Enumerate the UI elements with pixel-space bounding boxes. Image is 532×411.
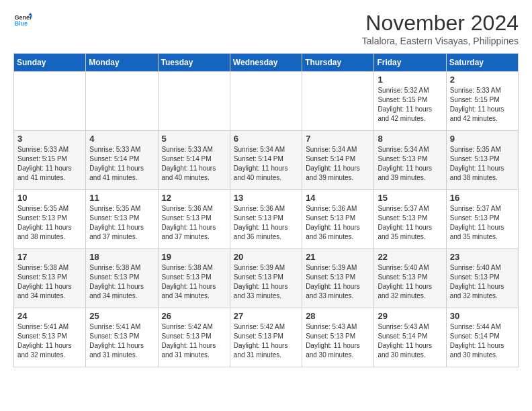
calendar-cell: 23Sunrise: 5:40 AM Sunset: 5:13 PM Dayli… <box>446 249 518 308</box>
day-info: Sunrise: 5:37 AM Sunset: 5:13 PM Dayligh… <box>450 204 515 242</box>
weekday-header: Tuesday <box>158 54 230 72</box>
day-number: 30 <box>450 311 515 321</box>
day-number: 27 <box>234 311 298 321</box>
calendar-cell: 14Sunrise: 5:36 AM Sunset: 5:13 PM Dayli… <box>302 190 374 249</box>
day-info: Sunrise: 5:38 AM Sunset: 5:13 PM Dayligh… <box>89 263 154 301</box>
calendar-cell <box>230 72 302 131</box>
day-info: Sunrise: 5:36 AM Sunset: 5:13 PM Dayligh… <box>234 204 298 242</box>
day-number: 9 <box>450 134 515 144</box>
calendar-cell: 7Sunrise: 5:34 AM Sunset: 5:14 PM Daylig… <box>302 131 374 190</box>
weekday-header: Wednesday <box>230 54 302 72</box>
calendar-cell: 8Sunrise: 5:34 AM Sunset: 5:13 PM Daylig… <box>374 131 446 190</box>
day-number: 4 <box>89 134 154 144</box>
weekday-header: Thursday <box>302 54 374 72</box>
calendar-week-row: 1Sunrise: 5:32 AM Sunset: 5:15 PM Daylig… <box>14 72 519 131</box>
day-number: 21 <box>306 252 370 262</box>
calendar-week-row: 3Sunrise: 5:33 AM Sunset: 5:15 PM Daylig… <box>14 131 519 190</box>
calendar-cell: 21Sunrise: 5:39 AM Sunset: 5:13 PM Dayli… <box>302 249 374 308</box>
weekday-header: Friday <box>374 54 446 72</box>
day-number: 17 <box>17 252 82 262</box>
day-number: 6 <box>234 134 298 144</box>
calendar-cell: 28Sunrise: 5:43 AM Sunset: 5:13 PM Dayli… <box>302 308 374 367</box>
header-row: SundayMondayTuesdayWednesdayThursdayFrid… <box>14 54 519 72</box>
location: Talalora, Eastern Visayas, Philippines <box>362 36 519 46</box>
day-info: Sunrise: 5:36 AM Sunset: 5:13 PM Dayligh… <box>306 204 370 242</box>
calendar-cell <box>302 72 374 131</box>
calendar-week-row: 10Sunrise: 5:35 AM Sunset: 5:13 PM Dayli… <box>14 190 519 249</box>
day-number: 5 <box>162 134 226 144</box>
day-number: 10 <box>17 193 82 203</box>
calendar-cell: 19Sunrise: 5:38 AM Sunset: 5:13 PM Dayli… <box>158 249 230 308</box>
day-info: Sunrise: 5:33 AM Sunset: 5:15 PM Dayligh… <box>17 145 82 183</box>
day-number: 28 <box>306 311 370 321</box>
day-number: 14 <box>306 193 370 203</box>
day-number: 20 <box>234 252 298 262</box>
calendar-cell: 27Sunrise: 5:42 AM Sunset: 5:13 PM Dayli… <box>230 308 302 367</box>
day-info: Sunrise: 5:41 AM Sunset: 5:13 PM Dayligh… <box>17 322 82 360</box>
day-info: Sunrise: 5:37 AM Sunset: 5:13 PM Dayligh… <box>378 204 442 242</box>
weekday-header: Saturday <box>446 54 518 72</box>
day-info: Sunrise: 5:32 AM Sunset: 5:15 PM Dayligh… <box>378 86 442 124</box>
calendar-cell: 10Sunrise: 5:35 AM Sunset: 5:13 PM Dayli… <box>14 190 86 249</box>
calendar-cell: 12Sunrise: 5:36 AM Sunset: 5:13 PM Dayli… <box>158 190 230 249</box>
day-info: Sunrise: 5:39 AM Sunset: 5:13 PM Dayligh… <box>306 263 370 301</box>
calendar-cell: 29Sunrise: 5:43 AM Sunset: 5:14 PM Dayli… <box>374 308 446 367</box>
day-info: Sunrise: 5:35 AM Sunset: 5:13 PM Dayligh… <box>450 145 515 183</box>
calendar-cell: 13Sunrise: 5:36 AM Sunset: 5:13 PM Dayli… <box>230 190 302 249</box>
day-number: 19 <box>162 252 226 262</box>
page-header: General Blue November 2024 Talalora, Eas… <box>13 11 519 46</box>
day-number: 25 <box>89 311 154 321</box>
day-info: Sunrise: 5:41 AM Sunset: 5:13 PM Dayligh… <box>89 322 154 360</box>
day-number: 13 <box>234 193 298 203</box>
calendar-cell: 2Sunrise: 5:33 AM Sunset: 5:15 PM Daylig… <box>446 72 518 131</box>
day-number: 2 <box>450 75 515 85</box>
day-info: Sunrise: 5:35 AM Sunset: 5:13 PM Dayligh… <box>89 204 154 242</box>
day-info: Sunrise: 5:43 AM Sunset: 5:14 PM Dayligh… <box>378 322 442 360</box>
day-info: Sunrise: 5:35 AM Sunset: 5:13 PM Dayligh… <box>17 204 82 242</box>
day-info: Sunrise: 5:42 AM Sunset: 5:13 PM Dayligh… <box>234 322 298 360</box>
day-info: Sunrise: 5:34 AM Sunset: 5:13 PM Dayligh… <box>378 145 442 183</box>
day-number: 7 <box>306 134 370 144</box>
calendar-cell: 9Sunrise: 5:35 AM Sunset: 5:13 PM Daylig… <box>446 131 518 190</box>
day-number: 16 <box>450 193 515 203</box>
day-info: Sunrise: 5:42 AM Sunset: 5:13 PM Dayligh… <box>162 322 226 360</box>
calendar-cell: 24Sunrise: 5:41 AM Sunset: 5:13 PM Dayli… <box>14 308 86 367</box>
calendar-cell <box>158 72 230 131</box>
day-number: 23 <box>450 252 515 262</box>
day-number: 8 <box>378 134 442 144</box>
day-info: Sunrise: 5:33 AM Sunset: 5:14 PM Dayligh… <box>89 145 154 183</box>
calendar-cell: 30Sunrise: 5:44 AM Sunset: 5:14 PM Dayli… <box>446 308 518 367</box>
day-info: Sunrise: 5:38 AM Sunset: 5:13 PM Dayligh… <box>17 263 82 301</box>
day-number: 26 <box>162 311 226 321</box>
day-number: 18 <box>89 252 154 262</box>
day-info: Sunrise: 5:34 AM Sunset: 5:14 PM Dayligh… <box>306 145 370 183</box>
calendar-cell: 16Sunrise: 5:37 AM Sunset: 5:13 PM Dayli… <box>446 190 518 249</box>
calendar-cell <box>14 72 86 131</box>
day-number: 24 <box>17 311 82 321</box>
calendar-week-row: 24Sunrise: 5:41 AM Sunset: 5:13 PM Dayli… <box>14 308 519 367</box>
day-info: Sunrise: 5:36 AM Sunset: 5:13 PM Dayligh… <box>162 204 226 242</box>
day-number: 11 <box>89 193 154 203</box>
day-info: Sunrise: 5:43 AM Sunset: 5:13 PM Dayligh… <box>306 322 370 360</box>
day-info: Sunrise: 5:39 AM Sunset: 5:13 PM Dayligh… <box>234 263 298 301</box>
calendar-week-row: 17Sunrise: 5:38 AM Sunset: 5:13 PM Dayli… <box>14 249 519 308</box>
calendar-table: SundayMondayTuesdayWednesdayThursdayFrid… <box>13 53 519 367</box>
day-info: Sunrise: 5:40 AM Sunset: 5:13 PM Dayligh… <box>378 263 442 301</box>
day-number: 3 <box>17 134 82 144</box>
day-info: Sunrise: 5:40 AM Sunset: 5:13 PM Dayligh… <box>450 263 515 301</box>
day-number: 29 <box>378 311 442 321</box>
day-number: 15 <box>378 193 442 203</box>
calendar-cell <box>86 72 158 131</box>
day-info: Sunrise: 5:38 AM Sunset: 5:13 PM Dayligh… <box>162 263 226 301</box>
calendar-cell: 17Sunrise: 5:38 AM Sunset: 5:13 PM Dayli… <box>14 249 86 308</box>
day-info: Sunrise: 5:44 AM Sunset: 5:14 PM Dayligh… <box>450 322 515 360</box>
weekday-header: Sunday <box>14 54 86 72</box>
calendar-cell: 1Sunrise: 5:32 AM Sunset: 5:15 PM Daylig… <box>374 72 446 131</box>
calendar-cell: 25Sunrise: 5:41 AM Sunset: 5:13 PM Dayli… <box>86 308 158 367</box>
day-info: Sunrise: 5:34 AM Sunset: 5:14 PM Dayligh… <box>234 145 298 183</box>
calendar-cell: 6Sunrise: 5:34 AM Sunset: 5:14 PM Daylig… <box>230 131 302 190</box>
day-number: 1 <box>378 75 442 85</box>
calendar-cell: 20Sunrise: 5:39 AM Sunset: 5:13 PM Dayli… <box>230 249 302 308</box>
day-info: Sunrise: 5:33 AM Sunset: 5:15 PM Dayligh… <box>450 86 515 124</box>
weekday-header: Monday <box>86 54 158 72</box>
